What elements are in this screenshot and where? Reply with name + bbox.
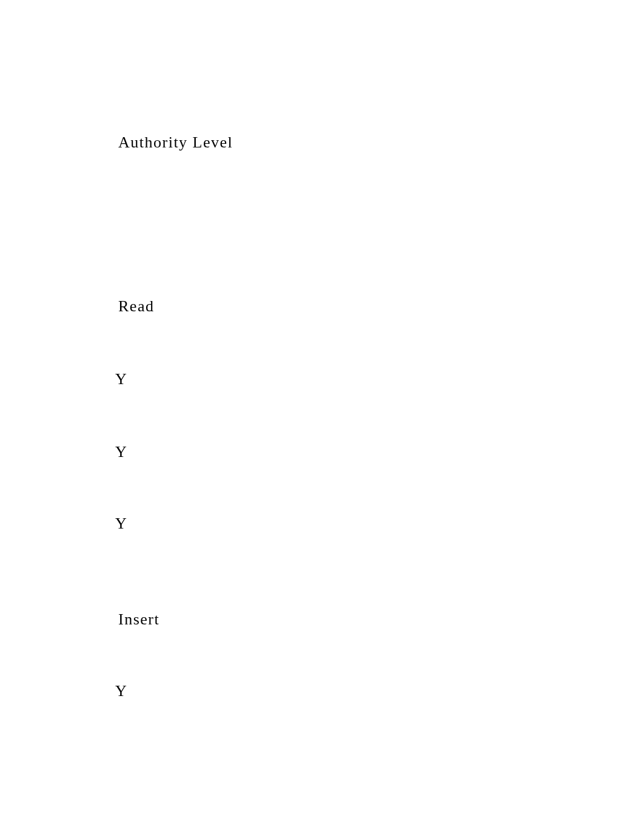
insert-section-label: Insert [118, 610, 543, 629]
authority-level-heading: Authority Level [118, 134, 543, 152]
read-value: Y [115, 443, 543, 461]
read-value: Y [115, 370, 543, 388]
read-value: Y [115, 515, 543, 533]
read-section-label: Read [118, 297, 543, 316]
document-content: Authority Level Read Y Y Y Insert Y [118, 0, 543, 700]
insert-value: Y [115, 682, 543, 700]
